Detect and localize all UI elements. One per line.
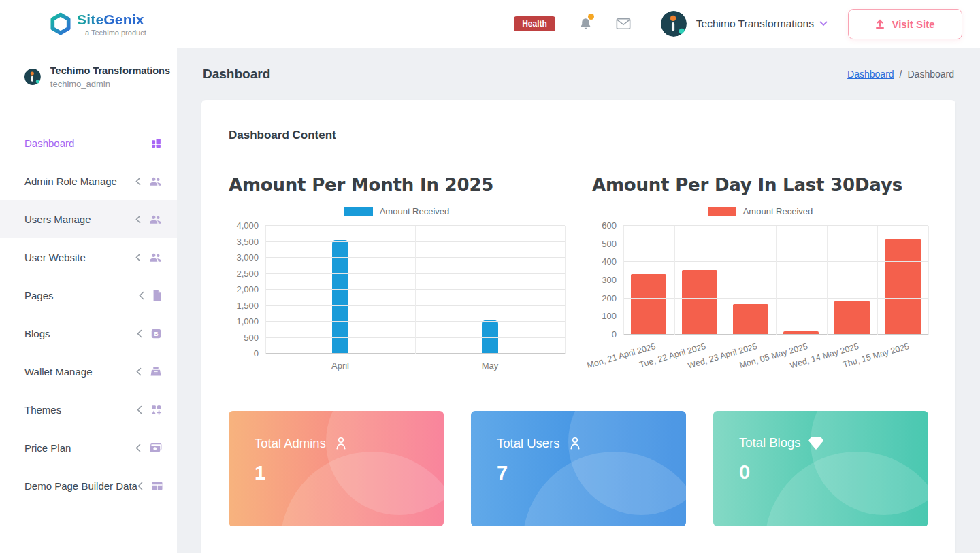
layout-icon bbox=[151, 481, 163, 491]
sidebar-item-label: Price Plan bbox=[24, 442, 71, 454]
stat-card-total-blogs: Total Blogs 0 bbox=[713, 411, 928, 526]
sidebar-profile[interactable]: Techimo Transformations techimo_admin bbox=[0, 48, 177, 106]
price-icon bbox=[149, 443, 162, 453]
themes-icon bbox=[150, 404, 162, 416]
y-tick-label: 300 bbox=[602, 275, 617, 285]
gridline bbox=[877, 226, 878, 335]
chevron-left-icon bbox=[137, 405, 142, 414]
bar bbox=[733, 304, 768, 335]
y-tick-label: 500 bbox=[602, 239, 617, 249]
sidebar-item-label: Wallet Manage bbox=[24, 366, 93, 378]
sidebar-item-user-website[interactable]: User Website bbox=[0, 238, 177, 276]
messages-button[interactable] bbox=[616, 18, 631, 30]
gridline bbox=[415, 226, 416, 354]
card-title: Dashboard Content bbox=[229, 129, 928, 142]
hexagon-logo-icon bbox=[49, 12, 72, 35]
gridline bbox=[928, 226, 929, 335]
sidebar-item-users-manage[interactable]: Users Manage bbox=[0, 200, 177, 238]
chart-legend: Amount Received bbox=[592, 206, 928, 216]
y-tick-label: 100 bbox=[602, 311, 617, 321]
visit-site-button[interactable]: Visit Site bbox=[848, 9, 962, 39]
stat-card-total-admins: Total Admins 1 bbox=[229, 411, 444, 526]
y-tick-label: 2,000 bbox=[236, 284, 259, 295]
y-tick-label: 0 bbox=[254, 348, 259, 358]
chevron-left-icon bbox=[137, 482, 143, 490]
brand-tagline: a Techimo product bbox=[77, 29, 146, 37]
users-icon bbox=[149, 252, 162, 263]
techimo-avatar-icon bbox=[661, 11, 687, 37]
notifications-button[interactable] bbox=[578, 16, 593, 31]
sidebar-item-wallet-manage[interactable]: Wallet Manage bbox=[0, 352, 177, 390]
health-badge[interactable]: Health bbox=[514, 16, 555, 31]
chevron-left-icon bbox=[135, 177, 141, 186]
stat-label: Total Blogs bbox=[739, 435, 801, 450]
chart-title: Amount Per Month In 2025 bbox=[229, 175, 565, 195]
gridline bbox=[565, 226, 566, 354]
x-tick-label: May bbox=[415, 354, 565, 371]
y-tick-label: 400 bbox=[602, 256, 617, 267]
y-axis: 0100200300400500600 bbox=[592, 226, 623, 335]
sidebar-item-label: Demo Page Builder Data bbox=[24, 480, 137, 492]
sidebar-item-label: User Website bbox=[24, 252, 86, 263]
profile-username: techimo_admin bbox=[50, 79, 170, 89]
y-axis: 05001,0001,5002,0002,5003,0003,5004,000 bbox=[229, 226, 265, 354]
brand-logo[interactable]: SiteGenix a Techimo product bbox=[49, 12, 146, 37]
chevron-left-icon bbox=[136, 367, 142, 376]
chevron-left-icon bbox=[135, 443, 141, 452]
chart-legend: Amount Received bbox=[229, 206, 565, 216]
y-tick-label: 600 bbox=[602, 220, 617, 231]
y-tick-label: 2,500 bbox=[236, 269, 259, 279]
person-icon bbox=[567, 435, 583, 451]
sidebar-item-label: Admin Role Manage bbox=[24, 175, 117, 187]
sidebar-item-themes[interactable]: Themes bbox=[0, 390, 177, 429]
sidebar-item-price-plan[interactable]: Price Plan bbox=[0, 429, 177, 467]
breadcrumb-link[interactable]: Dashboard bbox=[847, 69, 894, 80]
legend-swatch bbox=[344, 207, 373, 216]
bar bbox=[834, 301, 870, 335]
upload-icon bbox=[875, 19, 885, 29]
account-dropdown[interactable]: Techimo Transformations bbox=[696, 18, 828, 30]
sidebar-item-dashboard[interactable]: Dashboard bbox=[0, 124, 177, 162]
notification-dot bbox=[588, 14, 594, 20]
users-icon bbox=[149, 214, 162, 224]
y-tick-label: 4,000 bbox=[236, 220, 259, 231]
sidebar-item-label: Themes bbox=[24, 404, 61, 416]
amount-per-day-chart: Amount Per Day In Last 30Days Amount Rec… bbox=[592, 175, 928, 377]
person-icon bbox=[333, 435, 348, 451]
sidebar-item-label: Dashboard bbox=[24, 137, 74, 149]
wallet-icon bbox=[150, 366, 162, 377]
y-tick-label: 3,500 bbox=[236, 237, 259, 247]
sidebar-item-label: Pages bbox=[24, 290, 54, 301]
stat-card-total-users: Total Users 7 bbox=[471, 411, 686, 526]
account-avatar[interactable] bbox=[661, 11, 687, 37]
chevron-down-icon bbox=[819, 21, 828, 27]
mail-icon bbox=[616, 18, 631, 30]
gridline bbox=[725, 226, 725, 335]
gridline bbox=[265, 226, 266, 354]
stat-value: 1 bbox=[255, 462, 418, 484]
techimo-avatar-icon bbox=[24, 61, 41, 93]
page-title: Dashboard bbox=[203, 67, 270, 82]
bar bbox=[885, 239, 921, 335]
chart-title: Amount Per Day In Last 30Days bbox=[592, 175, 928, 195]
profile-name: Techimo Transformations bbox=[50, 65, 170, 76]
y-tick-label: 0 bbox=[612, 329, 617, 339]
chevron-left-icon bbox=[135, 215, 141, 224]
sidebar-item-pages[interactable]: Pages bbox=[0, 276, 177, 314]
grid-icon bbox=[150, 137, 162, 149]
sidebar-item-demo-page-builder-data[interactable]: Demo Page Builder Data bbox=[0, 467, 177, 505]
blog-icon: B bbox=[150, 328, 162, 339]
sidebar-item-blogs[interactable]: Blogs B bbox=[0, 314, 177, 352]
x-axis-labels: Mon, 21 April 2025Tue, 22 April 2025Wed,… bbox=[623, 335, 928, 377]
sidebar-item-admin-role-manage[interactable]: Admin Role Manage bbox=[0, 162, 177, 200]
stat-label: Total Users bbox=[497, 436, 560, 451]
legend-label: Amount Received bbox=[380, 206, 450, 216]
svg-text:B: B bbox=[154, 330, 158, 337]
amount-per-month-chart: Amount Per Month In 2025 Amount Received… bbox=[229, 175, 565, 377]
sidebar: Techimo Transformations techimo_admin Da… bbox=[0, 48, 177, 553]
plot-area bbox=[623, 226, 928, 335]
visit-site-label: Visit Site bbox=[892, 18, 934, 30]
diamond-icon bbox=[808, 436, 824, 450]
legend-swatch bbox=[708, 207, 736, 216]
chevron-left-icon bbox=[135, 253, 141, 262]
